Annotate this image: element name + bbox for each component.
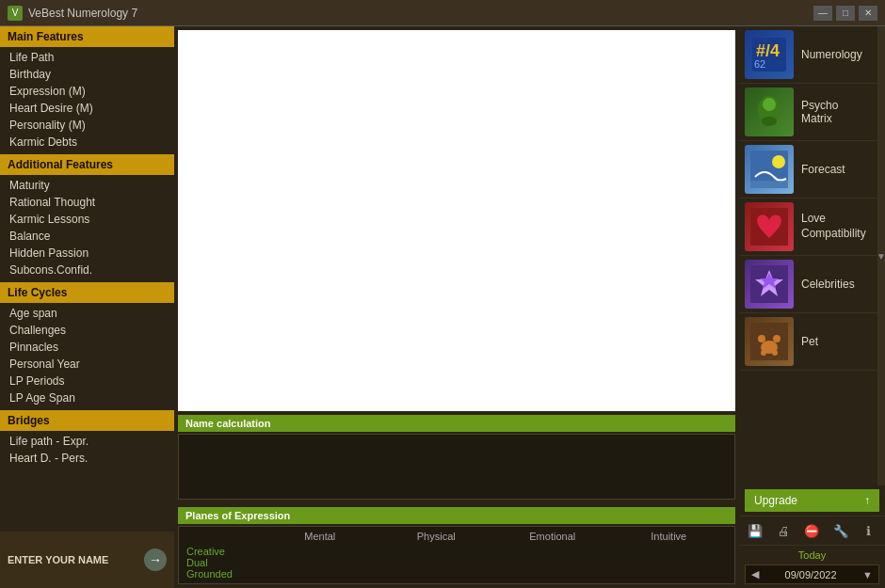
main-content: Name calculation Planes of Expression Me… bbox=[174, 26, 739, 588]
sidebar-item-personal-year[interactable]: Personal Year bbox=[0, 356, 174, 373]
upgrade-label: Upgrade bbox=[754, 494, 797, 507]
sidebar-item-birthday[interactable]: Birthday bbox=[0, 66, 174, 83]
sidebar-item-life-path[interactable]: Life Path bbox=[0, 49, 174, 66]
sidebar-item-balance[interactable]: Balance bbox=[0, 228, 174, 245]
forecast-thumb bbox=[745, 145, 794, 194]
date-display[interactable]: ◀ 09/09/2022 ▼ bbox=[745, 564, 879, 584]
sidebar-item-karmic-lessons[interactable]: Karmic Lessons bbox=[0, 211, 174, 228]
pet-label: Pet bbox=[801, 335, 818, 348]
name-entry-label: ENTER YOUR NAME bbox=[8, 554, 137, 565]
col-mental: Mental bbox=[262, 531, 378, 542]
sidebar-item-age-span[interactable]: Age span bbox=[0, 305, 174, 322]
svg-point-17 bbox=[761, 350, 766, 356]
love-label: LoveCompatibility bbox=[801, 212, 866, 241]
left-nav-icon[interactable]: ◀ bbox=[751, 568, 759, 580]
col-intuitive: Intuitive bbox=[611, 531, 728, 542]
name-entry[interactable]: ENTER YOUR NAME → bbox=[0, 532, 174, 588]
feature-card-psycho-matrix[interactable]: Psycho Matrix bbox=[739, 84, 877, 141]
row-creative: Creative bbox=[186, 546, 727, 557]
additional-features-section: Additional Features Maturity Rational Th… bbox=[0, 154, 174, 278]
svg-rect-8 bbox=[750, 181, 788, 188]
sidebar-item-expression-m[interactable]: Expression (M) bbox=[0, 83, 174, 100]
svg-point-18 bbox=[772, 350, 778, 356]
main-features-section: Main Features Life Path Birthday Express… bbox=[0, 26, 174, 151]
feature-card-love-compatibility[interactable]: LoveCompatibility bbox=[739, 199, 877, 256]
celebrities-label: Celebrities bbox=[801, 278, 855, 291]
toolbar: 💾 🖨 ⛔ 🔧 ℹ bbox=[739, 516, 885, 546]
forecast-label: Forecast bbox=[801, 163, 845, 176]
svg-point-15 bbox=[758, 335, 765, 342]
life-cycles-section: Life Cycles Age span Challenges Pinnacle… bbox=[0, 282, 174, 406]
date-dropdown-icon[interactable]: ▼ bbox=[862, 569, 873, 580]
app-body: Main Features Life Path Birthday Express… bbox=[0, 26, 885, 588]
svg-point-4 bbox=[763, 98, 776, 111]
bridges-section: Bridges Life path - Expr. Heart D. - Per… bbox=[0, 410, 174, 467]
right-scroll-indicator[interactable]: ▼ bbox=[877, 26, 885, 485]
sidebar-item-lp-periods[interactable]: LP Periods bbox=[0, 373, 174, 389]
psycho-matrix-label: Psycho Matrix bbox=[801, 99, 872, 125]
svg-text:62: 62 bbox=[754, 58, 765, 70]
sidebar-item-lp-age-span[interactable]: LP Age Span bbox=[0, 389, 174, 406]
sidebar-item-personality[interactable]: Personality (M) bbox=[0, 117, 174, 134]
title-bar-controls: — □ ✕ bbox=[813, 6, 877, 21]
sidebar-item-subcons-confid[interactable]: Subcons.Confid. bbox=[0, 262, 174, 278]
app-icon: V bbox=[8, 6, 23, 21]
planes-section: Planes of Expression Mental Physical Emo… bbox=[178, 507, 735, 584]
bridges-header: Bridges bbox=[0, 410, 174, 431]
sidebar: Main Features Life Path Birthday Express… bbox=[0, 26, 174, 588]
planes-header: Planes of Expression bbox=[178, 507, 735, 524]
sidebar-item-heart-desire[interactable]: Heart Desire (M) bbox=[0, 100, 174, 117]
title-bar-left: V VeBest Numerology 7 bbox=[8, 6, 137, 21]
celebrities-thumb bbox=[745, 260, 794, 309]
info-icon[interactable]: ℹ bbox=[859, 520, 879, 541]
row-grounded: Grounded bbox=[186, 568, 727, 580]
close-button[interactable]: ✕ bbox=[859, 6, 877, 21]
additional-features-header: Additional Features bbox=[0, 154, 174, 175]
print-icon[interactable]: 🖨 bbox=[773, 520, 794, 541]
planes-body: Mental Physical Emotional Intuitive Crea… bbox=[178, 526, 735, 584]
life-cycles-header: Life Cycles bbox=[0, 282, 174, 303]
maximize-button[interactable]: □ bbox=[836, 6, 855, 21]
sidebar-item-karmic-debts[interactable]: Karmic Debts bbox=[0, 134, 174, 151]
name-calc-label: Name calculation bbox=[178, 415, 735, 432]
today-label: Today bbox=[745, 549, 879, 561]
right-features-area: #/4 62 Numerology Psy bbox=[739, 26, 885, 485]
name-calc-body bbox=[178, 434, 735, 500]
display-area bbox=[178, 30, 735, 411]
sidebar-item-life-path-expr[interactable]: Life path - Expr. bbox=[0, 433, 174, 450]
feature-card-forecast[interactable]: Forecast bbox=[739, 141, 877, 199]
sidebar-item-pinnacles[interactable]: Pinnacles bbox=[0, 339, 174, 356]
sidebar-item-rational-thought[interactable]: Rational Thought bbox=[0, 194, 174, 211]
feature-card-celebrities[interactable]: Celebrities bbox=[739, 256, 877, 313]
pet-thumb bbox=[745, 317, 794, 366]
save-icon[interactable]: 💾 bbox=[745, 520, 765, 541]
name-entry-arrow[interactable]: → bbox=[144, 548, 167, 571]
title-bar: V VeBest Numerology 7 — □ ✕ bbox=[0, 0, 885, 26]
minimize-button[interactable]: — bbox=[813, 6, 832, 21]
col-emotional: Emotional bbox=[494, 531, 611, 542]
upgrade-button[interactable]: Upgrade ↑ bbox=[745, 489, 879, 512]
feature-card-pet[interactable]: Pet bbox=[739, 313, 877, 371]
title-bar-title: VeBest Numerology 7 bbox=[28, 7, 137, 20]
svg-point-7 bbox=[772, 155, 785, 168]
svg-point-16 bbox=[773, 335, 780, 342]
date-value: 09/09/2022 bbox=[785, 569, 837, 580]
sidebar-item-hidden-passion[interactable]: Hidden Passion bbox=[0, 245, 174, 262]
psycho-matrix-thumb bbox=[745, 87, 794, 136]
sidebar-item-maturity[interactable]: Maturity bbox=[0, 177, 174, 194]
svg-point-5 bbox=[762, 117, 777, 126]
settings-icon[interactable]: 🔧 bbox=[830, 520, 851, 541]
right-features-list: #/4 62 Numerology Psy bbox=[739, 26, 877, 485]
sidebar-item-challenges[interactable]: Challenges bbox=[0, 322, 174, 339]
cancel-icon[interactable]: ⛔ bbox=[801, 520, 822, 541]
numerology-label: Numerology bbox=[801, 48, 862, 61]
numerology-thumb: #/4 62 bbox=[745, 30, 794, 79]
main-features-header: Main Features bbox=[0, 26, 174, 47]
upgrade-arrow-icon: ↑ bbox=[864, 494, 870, 507]
today-panel: Today ◀ 09/09/2022 ▼ bbox=[745, 549, 879, 584]
sidebar-item-heart-d-pers[interactable]: Heart D. - Pers. bbox=[0, 450, 174, 467]
feature-card-numerology[interactable]: #/4 62 Numerology bbox=[739, 26, 877, 84]
svg-text:#/4: #/4 bbox=[756, 41, 780, 60]
right-panel: #/4 62 Numerology Psy bbox=[739, 26, 885, 588]
name-calc-section: Name calculation bbox=[178, 415, 735, 500]
